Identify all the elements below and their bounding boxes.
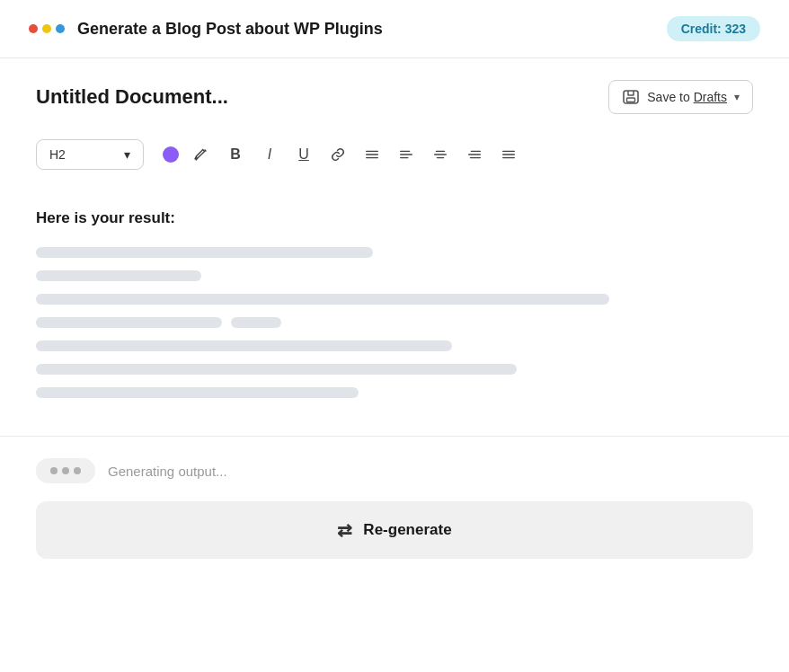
bottom-section: Generating output... ⇄ Re-generate [0,437,789,580]
save-drafts-label: Save to Drafts [647,90,727,104]
editor-toolbar: H2 ▾ B I U [36,134,753,175]
skeleton-line [36,364,517,375]
dot-yellow [42,24,51,33]
svg-rect-1 [627,98,635,102]
skeleton-content [36,247,753,398]
skeleton-line [36,340,452,351]
heading-value: H2 [49,147,66,162]
doc-header-row: Untitled Document... Save to Drafts ▾ [36,80,753,114]
highlight-button[interactable] [186,139,217,170]
italic-button[interactable]: I [254,139,285,170]
main-content: Untitled Document... Save to Drafts ▾ H2… [0,58,789,407]
bold-button[interactable]: B [220,139,251,170]
skeleton-line [36,294,609,305]
result-heading: Here is your result: [36,209,753,227]
typing-dot-3 [74,467,81,474]
typing-dot-2 [62,467,69,474]
regenerate-button[interactable]: ⇄ Re-generate [36,501,753,559]
justify-icon [501,146,517,163]
credit-badge: Credit: 323 [667,16,760,41]
skeleton-line [36,247,373,258]
toolbar-separator [151,144,152,165]
skeleton-row [36,317,753,328]
chevron-down-icon: ▾ [734,91,740,103]
save-icon [622,88,640,106]
color-picker-dot[interactable] [163,146,179,163]
generating-status: Generating output... [36,458,753,483]
align-right-icon [466,146,483,163]
link-button[interactable] [323,139,353,170]
save-to-drafts-button[interactable]: Save to Drafts ▾ [608,80,753,114]
regenerate-arrow-icon: ⇄ [337,519,352,541]
header-left: Generate a Blog Post about WP Plugins [29,20,383,39]
align-left-icon [398,146,414,163]
align-center-button[interactable] [425,139,456,170]
align-left-button[interactable] [391,139,421,170]
generating-text: Generating output... [108,464,227,479]
dot-blue [56,24,65,33]
heading-chevron-icon: ▾ [124,147,130,162]
align-center-icon [432,146,448,163]
skeleton-line [36,317,222,328]
document-title: Untitled Document... [36,85,228,109]
skeleton-line [36,387,359,398]
list-button[interactable] [357,139,387,170]
window-dots [29,24,65,33]
skeleton-line [231,317,281,328]
align-right-button[interactable] [459,139,490,170]
typing-dot-1 [50,467,58,474]
dot-red [29,24,38,33]
heading-select[interactable]: H2 ▾ [36,139,144,170]
page-title: Generate a Blog Post about WP Plugins [77,20,383,39]
editor-area: Here is your result: [36,200,753,407]
skeleton-line [36,270,201,281]
typing-indicator [36,458,95,483]
marker-icon [193,146,209,163]
app-header: Generate a Blog Post about WP Plugins Cr… [0,0,789,58]
list-icon [364,146,380,163]
justify-button[interactable] [493,139,524,170]
link-icon [330,146,346,163]
underline-button[interactable]: U [288,139,319,170]
regenerate-label: Re-generate [363,521,451,539]
